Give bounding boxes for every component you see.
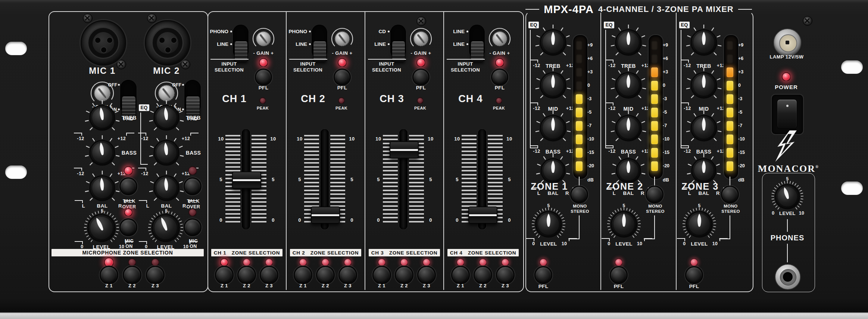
pad-switch-handle[interactable] — [122, 96, 136, 116]
zone-z2-button[interactable] — [474, 266, 492, 284]
phones-connector-line — [787, 219, 788, 232]
zone-z2-button[interactable] — [237, 266, 256, 284]
xlr-pin-hole — [171, 37, 177, 44]
zone-2-mid-knob[interactable] — [609, 66, 648, 105]
mic-on-button[interactable] — [184, 218, 202, 236]
fader-scale-label: 0 — [272, 218, 275, 222]
input-option-bottom-label: LINE — [288, 42, 307, 47]
pad-switch-off-label: OFF — [108, 83, 117, 87]
pad-switch-handle[interactable] — [186, 96, 200, 116]
zone-button-label: Z 1 — [221, 283, 228, 288]
fader-scale-label: 5 — [429, 177, 432, 182]
mono-stereo-button[interactable] — [721, 186, 739, 203]
mic-1-treb-knob[interactable] — [83, 99, 121, 137]
zone-z3-button[interactable] — [338, 266, 357, 284]
indicator-dot — [309, 43, 311, 45]
zone-pfl-button[interactable] — [610, 266, 628, 284]
power-rocker[interactable] — [777, 99, 797, 129]
zone-z3-led — [422, 258, 431, 266]
channel-4-gain-knob[interactable] — [485, 25, 514, 53]
channel-1-fader-handle[interactable] — [232, 171, 261, 189]
channel-3-fader-handle[interactable] — [390, 141, 419, 158]
pfl-button[interactable] — [334, 69, 351, 86]
mic-zone-z3-button[interactable] — [146, 266, 165, 284]
zone-3-level-knob[interactable] — [680, 205, 719, 244]
channel-2-fader-handle[interactable] — [311, 206, 340, 224]
mic-2-xlr-connector — [145, 20, 190, 66]
power-switch[interactable] — [771, 94, 804, 135]
mono-stereo-label: MONO — [648, 204, 662, 209]
pfl-button[interactable] — [412, 69, 430, 86]
zone-z1-button[interactable] — [372, 266, 391, 284]
meter-segment — [576, 161, 583, 171]
mic-on-button[interactable] — [119, 218, 137, 236]
bracket-mark — [644, 238, 652, 241]
zone-3-mid-knob[interactable] — [684, 66, 723, 105]
mono-stereo-button[interactable] — [646, 186, 664, 203]
input-caption-line1: INPUT — [458, 61, 473, 66]
channel-1-gain-knob[interactable] — [249, 25, 278, 53]
fader-scale-label: 0 — [350, 218, 353, 222]
screw — [803, 16, 812, 26]
banner-text: ZONE SELECTION — [468, 250, 516, 256]
pfl-button[interactable] — [491, 69, 508, 86]
zone-1-level-knob[interactable] — [529, 205, 568, 244]
mono-stereo-button[interactable] — [570, 186, 588, 203]
phones-level-knob[interactable] — [769, 178, 806, 215]
meter-segment — [651, 161, 658, 171]
meter-segment — [727, 161, 733, 171]
indicator-dot — [466, 31, 468, 32]
zone-pfl-button[interactable] — [534, 266, 552, 284]
fader-handle-line — [469, 214, 497, 216]
fader-scale-label: 5 — [298, 177, 301, 182]
pfl-button[interactable] — [255, 69, 272, 86]
zone-1-mid-knob[interactable] — [534, 66, 572, 105]
fader-scale-label: 0 — [429, 218, 432, 222]
channel-strip-1: PHONOLINEINPUTSELECTION- GAIN +PFLCH 1PE… — [207, 0, 286, 319]
zone-3-bass-knob[interactable] — [684, 109, 723, 148]
zone-button-label: Z 2 — [400, 283, 408, 288]
xlr-pin-hole — [94, 37, 101, 44]
talkover-button[interactable] — [184, 177, 202, 195]
zone-3-treb-knob[interactable] — [684, 23, 723, 62]
channel-2-gain-knob[interactable] — [328, 25, 356, 53]
fader-handle-line — [312, 214, 339, 216]
zone-2-treb-knob[interactable] — [609, 23, 648, 62]
meter-segment — [576, 81, 583, 91]
zone-z2-button[interactable] — [395, 266, 413, 284]
zone-pfl-button[interactable] — [685, 266, 703, 284]
mic-2-bass-knob[interactable] — [147, 134, 185, 172]
zone-z1-button[interactable] — [451, 266, 470, 284]
mic-2-treb-knob[interactable] — [147, 99, 185, 137]
zone-z3-button[interactable] — [417, 266, 436, 284]
zone-z3-button[interactable] — [260, 266, 278, 284]
connector-line — [579, 215, 580, 239]
mic-zone-z2-button[interactable] — [123, 266, 141, 284]
zone-1-treb-knob[interactable] — [534, 23, 572, 62]
mic-1-level-knob[interactable] — [81, 208, 122, 248]
zone-z2-button[interactable] — [316, 266, 335, 284]
mic-zone-z1-button[interactable] — [100, 266, 118, 284]
zone-z3-button[interactable] — [496, 266, 515, 284]
pfl-led — [259, 58, 268, 67]
xlr-pin-hole — [159, 37, 165, 44]
channel-4-fader-handle[interactable] — [468, 206, 497, 224]
zone-2-bass-knob[interactable] — [609, 109, 648, 148]
zone-2-level-knob[interactable] — [605, 205, 643, 244]
zone-z1-button[interactable] — [294, 266, 312, 284]
mic-2-level-knob[interactable] — [146, 208, 186, 248]
meter-segment — [576, 67, 583, 77]
meter-segment — [727, 81, 733, 91]
talkover-label: TALK — [187, 199, 200, 204]
zone-1-bass-knob[interactable] — [534, 109, 572, 148]
mic-2-bal-knob[interactable] — [147, 169, 185, 207]
pfl-led — [416, 58, 425, 67]
zone-button-label: Z 1 — [299, 283, 307, 288]
mic-zone-z3-led — [151, 258, 159, 266]
mic-1-bass-knob[interactable] — [83, 134, 121, 172]
talkover-button[interactable] — [119, 177, 137, 195]
channel-3-gain-knob[interactable] — [407, 25, 435, 53]
mic-1-bal-knob[interactable] — [83, 169, 121, 207]
pfl-led — [338, 58, 347, 67]
zone-z1-button[interactable] — [215, 266, 234, 284]
